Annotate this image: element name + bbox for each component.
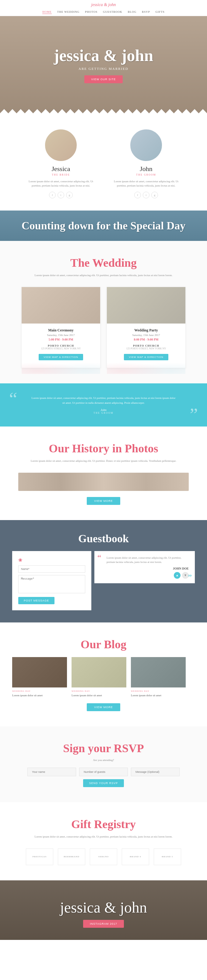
- history-view-more-button[interactable]: VIEW MORE: [87, 497, 120, 505]
- wedding-section: The Wedding Lorem ipsum dolor sit amet, …: [0, 241, 207, 383]
- rsvp-name-input[interactable]: [27, 768, 76, 776]
- bride-twitter-icon[interactable]: t: [58, 192, 64, 198]
- wedding-cards: Main Ceremony Saturday, 15th June 2017 5…: [18, 287, 189, 368]
- ceremony-card-body: Main Ceremony Saturday, 15th June 2017 5…: [22, 323, 100, 363]
- party-title: Wedding Party: [111, 328, 181, 332]
- nav-blog[interactable]: BLOG: [128, 10, 137, 13]
- blog-card-1: WEDDING DAY Lorem ipsum dolor sit amet: [12, 657, 67, 697]
- hero-cta-button[interactable]: VIEW OUR SITE: [84, 75, 122, 83]
- guestbook-section: Guestbook ❀ POST MESSAGE “ Lorem ipsum d…: [0, 520, 207, 622]
- quote-author: John: [101, 408, 106, 412]
- bride-gplus-icon[interactable]: g: [66, 192, 73, 198]
- ceremony-venue: PORTO CHURCH: [26, 344, 96, 347]
- rsvp-title: Sign your RSVP: [18, 741, 189, 755]
- gift-logo-5[interactable]: BRAND 5: [154, 848, 181, 865]
- bride-photo-inner: [44, 129, 78, 162]
- gift-registry-section: Gift Registry Lorem ipsum dolor sit amet…: [0, 802, 207, 880]
- blog-view-more-button[interactable]: VIEW MORE: [87, 703, 120, 711]
- wedding-section-title: The Wedding: [18, 256, 189, 269]
- ceremony-card: Main Ceremony Saturday, 15th June 2017 5…: [21, 287, 101, 368]
- bride-name: Jessica: [24, 165, 98, 173]
- bride-facebook-icon[interactable]: f: [49, 192, 56, 198]
- entry-quote-right-icon: ”: [188, 573, 192, 582]
- hero-subtitle: are getting married: [79, 67, 128, 70]
- quote-text: Lorem ipsum dolor sit amet, consectetur …: [30, 396, 177, 405]
- groom-gplus-icon[interactable]: g: [151, 192, 158, 198]
- groom-facebook-icon[interactable]: f: [134, 192, 141, 198]
- ceremony-directions-button[interactable]: VIEW MAP & DIRECTION: [39, 354, 83, 360]
- guestbook-entries: “ Lorem ipsum dolor sit amet, consectetu…: [91, 551, 195, 610]
- blog-card-title-1: Lorem ipsum dolor sit amet: [12, 694, 67, 697]
- navigation: jessica & john HOME THE WEDDING PHOTOS G…: [0, 0, 207, 16]
- bride-description: Lorem ipsum dolor sit amet, consectetur …: [24, 179, 98, 188]
- nav-logo[interactable]: jessica & john: [0, 2, 207, 7]
- guestbook-title: Guestbook: [0, 532, 207, 545]
- nav-rsvp[interactable]: RSVP: [142, 10, 150, 13]
- blog-card-category-3: WEDDING DAY: [131, 690, 186, 692]
- blog-card-title-2: Lorem ipsum dolor sit amet: [72, 694, 126, 697]
- footer-instagram-button[interactable]: INSTAGRAM 2017: [83, 920, 124, 928]
- nav-guestbook[interactable]: GUESTBOOK: [103, 10, 122, 13]
- groom-description: Lorem ipsum dolor sit amet, consectetur …: [109, 179, 183, 188]
- groom-social-icons: f t g: [109, 192, 183, 198]
- bride-profile: Jessica THE BRIDE Lorem ipsum dolor sit …: [24, 129, 98, 198]
- history-section: Our History in Photos Lorem ipsum dolor …: [0, 426, 207, 520]
- history-view-more-wrap: VIEW MORE: [18, 497, 189, 505]
- party-card-image: [107, 287, 185, 323]
- rsvp-guests-input[interactable]: [79, 768, 128, 776]
- guestbook-submit-button[interactable]: POST MESSAGE: [18, 597, 55, 604]
- guestbook-message-input[interactable]: [18, 575, 85, 593]
- nav-gifts[interactable]: GIFTS: [156, 10, 165, 13]
- party-address: 125 PORTO STREET, NEW YORK NY: [111, 347, 181, 350]
- blog-card-image-3: [131, 657, 186, 687]
- nav-home[interactable]: HOME: [42, 10, 52, 14]
- gift-logo-4[interactable]: BRAND 4: [122, 848, 149, 865]
- history-desc: Lorem ipsum dolor sit amet, consectetur …: [27, 459, 180, 463]
- gift-logo-2[interactable]: BEERBRAND: [58, 848, 85, 865]
- guestbook-name-input[interactable]: [18, 565, 85, 573]
- rsvp-submit-button[interactable]: SEND YOUR RSVP: [83, 779, 124, 787]
- rsvp-message-input[interactable]: [131, 768, 180, 776]
- footer: jessica & john INSTAGRAM 2017: [0, 880, 207, 940]
- gift-logos: PRESTIGAS BEERBRAND SERGNO BRAND 4 BRAND…: [18, 848, 189, 865]
- guestbook-form: ❀ POST MESSAGE: [12, 551, 91, 610]
- blog-card-2: WEDDING DAY Lorem ipsum dolor sit amet: [72, 657, 126, 697]
- blog-card-title-3: Lorem ipsum dolor sit amet: [131, 694, 186, 697]
- party-card-body: Wedding Party Saturday, 15th June 2017 8…: [107, 323, 185, 363]
- countdown-title: Counting down for the Special Day: [22, 220, 185, 232]
- quote-author-role: THE GROOM: [93, 412, 113, 414]
- hero-bottom-edge: [0, 109, 207, 113]
- nav-photos[interactable]: PHOTOS: [85, 10, 98, 13]
- gift-logo-1[interactable]: PRESTIGAS: [26, 848, 53, 865]
- blog-view-more-wrap: VIEW MORE: [12, 703, 195, 711]
- party-directions-button[interactable]: VIEW MAP & DIRECTION: [124, 354, 168, 360]
- rsvp-subtitle: Are you attending?: [18, 759, 189, 762]
- nav-wedding[interactable]: THE WEDDING: [57, 10, 80, 13]
- entry-quote-left-icon: “: [98, 554, 101, 562]
- gift-logo-3[interactable]: SERGNO: [90, 848, 117, 865]
- blog-cards: WEDDING DAY Lorem ipsum dolor sit amet W…: [12, 657, 195, 697]
- photo-strip: [18, 473, 189, 491]
- groom-photo-inner: [129, 129, 163, 162]
- ceremony-date: Saturday, 15th June 2017: [26, 334, 96, 337]
- ceremony-time: 5:00 PM - 9:00 PM: [26, 338, 96, 341]
- blog-card-category-2: WEDDING DAY: [72, 690, 126, 692]
- groom-role: THE GROOM: [109, 173, 183, 176]
- blog-section: Our Blog WEDDING DAY Lorem ipsum dolor s…: [0, 622, 207, 727]
- party-image-placeholder: [107, 287, 185, 323]
- blog-title: Our Blog: [12, 638, 195, 651]
- couple-section: Jessica THE BRIDE Lorem ipsum dolor sit …: [0, 113, 207, 210]
- entry-like-button[interactable]: ▲: [174, 572, 181, 579]
- ceremony-card-image: [22, 287, 100, 323]
- groom-name: John: [109, 165, 183, 173]
- quote-mark-right-icon: ”: [189, 405, 198, 423]
- quote-mark-left-icon: “: [9, 390, 18, 408]
- flower-icon: ❀: [18, 557, 85, 563]
- groom-twitter-icon[interactable]: t: [143, 192, 149, 198]
- rsvp-section: Sign your RSVP Are you attending? SEND Y…: [0, 726, 207, 802]
- party-time: 8:00 PM - 9:00 PM: [111, 338, 181, 341]
- groom-photo: [129, 129, 163, 162]
- hero-title: jessica & john: [54, 46, 153, 65]
- history-title: Our History in Photos: [18, 442, 189, 455]
- wedding-section-desc: Lorem ipsum dolor sit amet, consectetur …: [27, 273, 180, 278]
